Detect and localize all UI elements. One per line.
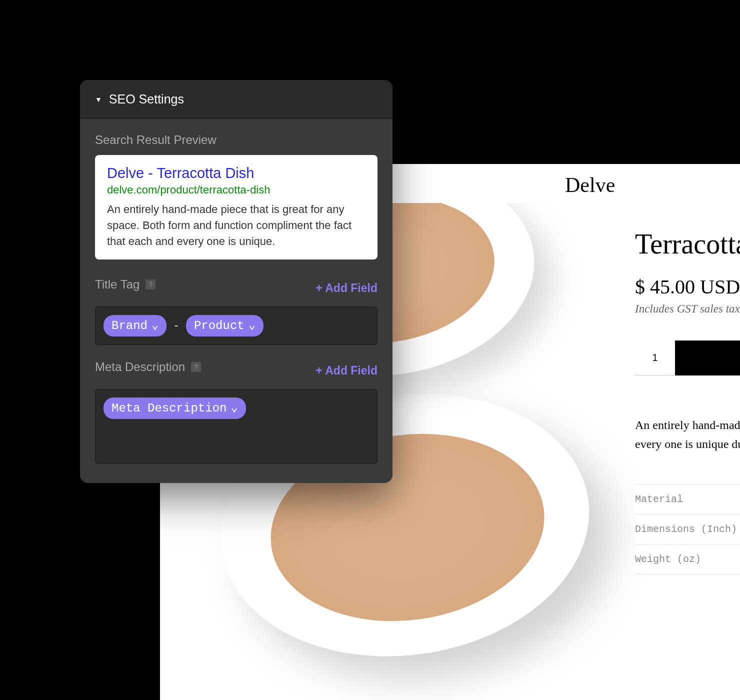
spec-dimensions: Dimensions (Inch) (635, 514, 740, 544)
search-preview-label: Search Result Preview (95, 133, 378, 147)
chevron-down-icon: ⌄ (230, 402, 238, 414)
spec-weight: Weight (oz) (635, 544, 740, 574)
help-icon[interactable]: ? (191, 362, 201, 372)
product-description: An entirely hand-made Both form and func… (635, 416, 740, 454)
quantity-row (635, 340, 740, 376)
preview-description: An entirely hand-made piece that is grea… (107, 202, 366, 250)
search-result-preview: Delve - Terracotta Dish delve.com/produc… (95, 155, 378, 260)
title-tag-section: Title Tag ? + Add Field Brand ⌄ - Produc… (95, 278, 378, 345)
collapse-icon: ▼ (95, 96, 102, 104)
title-tag-label: Title Tag ? (95, 278, 156, 292)
add-to-cart-button[interactable] (675, 340, 740, 376)
meta-description-section: Meta Description ? + Add Field Meta Desc… (95, 360, 378, 464)
seo-panel-header[interactable]: ▼ SEO Settings (80, 80, 392, 119)
add-field-button[interactable]: + Add Field (316, 282, 378, 295)
meta-description-chip[interactable]: Meta Description ⌄ (104, 398, 246, 419)
chip-label: Brand (112, 319, 148, 332)
product-title: Terracotta (635, 228, 740, 260)
chip-label: Meta Description (112, 402, 226, 415)
seo-settings-panel: ▼ SEO Settings Search Result Preview Del… (80, 80, 392, 483)
meta-description-input[interactable]: Meta Description ⌄ (95, 389, 378, 464)
preview-title: Delve - Terracotta Dish (107, 165, 366, 182)
chip-label: Product (194, 319, 244, 332)
brand-chip[interactable]: Brand ⌄ (104, 315, 166, 336)
product-details: Terracotta $ 45.00 USD Includes GST sale… (635, 203, 740, 574)
separator: - (172, 319, 180, 332)
title-tag-input[interactable]: Brand ⌄ - Product ⌄ (95, 306, 378, 345)
meta-description-label-text: Meta Description (95, 360, 185, 374)
title-tag-label-text: Title Tag (95, 278, 140, 292)
chevron-down-icon: ⌄ (152, 320, 158, 332)
preview-url: delve.com/product/terracotta-dish (107, 184, 366, 196)
seo-panel-body: Search Result Preview Delve - Terracotta… (80, 119, 392, 483)
meta-description-label: Meta Description ? (95, 360, 201, 374)
spec-material: Material (635, 484, 740, 514)
brand-logo: Delve (565, 173, 615, 197)
product-tax-note: Includes GST sales tax (635, 302, 740, 316)
chevron-down-icon: ⌄ (248, 320, 256, 332)
product-chip[interactable]: Product ⌄ (186, 315, 264, 336)
add-field-button[interactable]: + Add Field (316, 364, 378, 378)
seo-panel-title: SEO Settings (109, 92, 184, 106)
help-icon[interactable]: ? (146, 280, 156, 290)
quantity-input[interactable] (635, 340, 675, 376)
product-price: $ 45.00 USD (635, 275, 740, 298)
